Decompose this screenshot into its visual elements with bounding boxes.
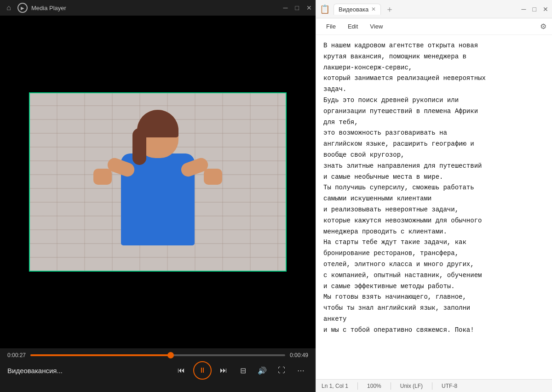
progress-track[interactable] (30, 354, 285, 356)
status-separator-3 (432, 382, 432, 390)
cast-button[interactable]: ⛶ (274, 363, 289, 378)
encoding: UTF-8 (442, 383, 457, 389)
play-pause-button[interactable]: ⏸ (193, 361, 212, 380)
progress-row: 0:00:27 0:00:49 (7, 352, 308, 358)
video-frame (29, 92, 287, 272)
person-hand-right (204, 169, 222, 185)
minimize-button[interactable]: ─ (283, 4, 288, 11)
tab-label: Видеовака (339, 6, 368, 13)
status-separator-2 (391, 382, 391, 390)
notepad-menubar: File Edit View ⚙ (316, 18, 552, 35)
time-total: 0:00:49 (290, 352, 308, 358)
person-hand-left (93, 169, 112, 185)
status-separator-1 (357, 382, 358, 390)
menu-view[interactable]: View (365, 21, 387, 32)
controls-row: Видеовакансия... ⏮ ⏸ ⏭ ⊟ 🔊 ⛶ ⋯ (7, 361, 308, 380)
maximize-button[interactable]: □ (295, 4, 299, 11)
zoom-level: 100% (367, 383, 381, 389)
cursor-position: Ln 1, Col 1 (322, 383, 348, 389)
notepad: 📋 Видеовака ✕ ＋ ─ □ ✕ File Edit View ⚙ В… (316, 0, 552, 392)
menu-file[interactable]: File (322, 21, 340, 32)
home-icon[interactable]: ⌂ (4, 3, 14, 13)
tab-area: 📋 Видеовака ✕ ＋ (320, 4, 522, 15)
player-window-controls: ─ □ ✕ (283, 4, 312, 11)
video-content (30, 93, 286, 271)
person-hair (137, 110, 178, 137)
track-title: Видеовакансия... (7, 367, 169, 375)
add-tab-button[interactable]: ＋ (383, 4, 397, 15)
player-titlebar: ⌂ ▶ Media Player ─ □ ✕ (0, 0, 316, 16)
tab-close-button[interactable]: ✕ (371, 6, 376, 12)
close-button[interactable]: ✕ (306, 4, 312, 11)
volume-button[interactable]: 🔊 (255, 363, 270, 378)
np-minimize-button[interactable]: ─ (522, 6, 526, 13)
next-button[interactable]: ⏭ (216, 363, 231, 378)
active-tab[interactable]: Видеовака ✕ (334, 4, 381, 15)
notepad-titlebar: 📋 Видеовака ✕ ＋ ─ □ ✕ (316, 0, 552, 18)
person-head (137, 110, 178, 158)
person-figure (89, 101, 227, 271)
line-ending: Unix (LF) (400, 383, 423, 389)
player-logo-icon: ▶ (17, 3, 28, 13)
notepad-icon: 📋 (320, 4, 330, 14)
time-current: 0:00:27 (7, 352, 26, 358)
menu-edit[interactable]: Edit (343, 21, 362, 32)
settings-icon[interactable]: ⚙ (540, 22, 546, 31)
np-close-button[interactable]: ✕ (543, 6, 548, 13)
notepad-statusbar: Ln 1, Col 1 100% Unix (LF) UTF-8 (316, 379, 552, 392)
prev-button[interactable]: ⏮ (174, 363, 189, 378)
progress-thumb[interactable] (167, 352, 174, 358)
notepad-text-area[interactable]: В нашем кадровом агентстве открыта новая… (316, 35, 552, 379)
player-controls-bar: 0:00:27 0:00:49 Видеовакансия... ⏮ ⏸ ⏭ ⊟… (0, 348, 316, 392)
np-maximize-button[interactable]: □ (533, 6, 536, 13)
more-button[interactable]: ⋯ (293, 363, 308, 378)
media-player: ⌂ ▶ Media Player ─ □ ✕ (0, 0, 316, 392)
notepad-window-controls: ─ □ ✕ (522, 6, 548, 13)
player-title: Media Player (31, 5, 280, 11)
video-area (0, 16, 316, 348)
subtitles-button[interactable]: ⊟ (236, 363, 250, 378)
progress-fill (30, 354, 171, 356)
